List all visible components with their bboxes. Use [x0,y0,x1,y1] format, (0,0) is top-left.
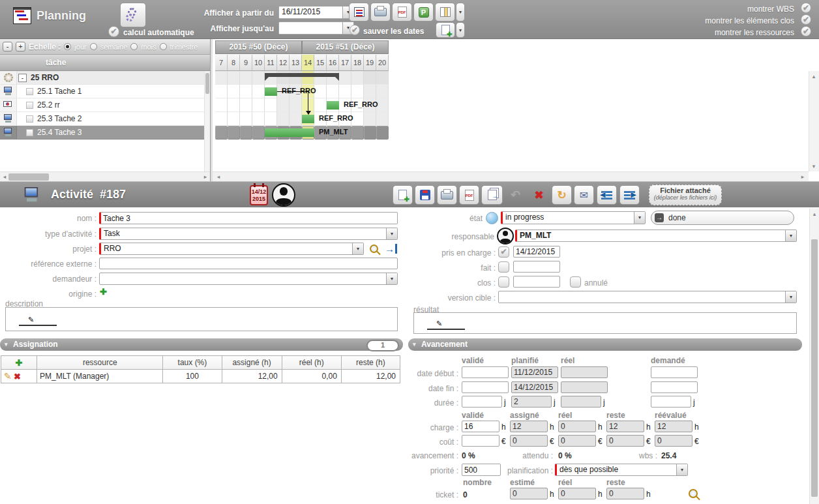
save-button[interactable] [415,185,435,205]
pdf-export-button[interactable] [392,3,412,22]
add-origin-icon[interactable] [100,287,107,297]
new-button[interactable] [393,185,413,205]
description-textarea[interactable] [5,307,398,331]
end-date-demande-input[interactable] [651,381,698,393]
columns-dropdown-button[interactable] [456,3,465,22]
responsible-select[interactable]: PM_MLT [515,230,797,242]
project-search-icon[interactable] [370,245,378,253]
scroll-right-arrow[interactable]: ▸ [201,172,209,181]
ticket-search-icon[interactable] [689,489,698,498]
task-label[interactable]: 25.2 rr [37,100,60,110]
start-date-demande-input[interactable] [651,366,698,378]
gantt-task-bar[interactable] [265,87,277,96]
task-row[interactable]: 25.3 Tache 2 [0,112,210,126]
attach-file-button[interactable]: Fichier attaché (déplacer les fichiers i… [649,185,722,205]
form-vertical-scrollbar[interactable]: ▴ [809,208,819,504]
scroll-right-arrow[interactable]: ▸ [799,172,807,181]
chevron-down-icon[interactable] [785,230,796,241]
edit-icon[interactable] [4,372,12,381]
scale-radio-jour[interactable] [64,43,71,50]
closed-date-input[interactable] [513,276,560,288]
workload-valide-input[interactable] [462,421,499,432]
delete-icon[interactable] [14,372,21,381]
scale-radio-trimestre[interactable] [160,43,167,50]
chevron-down-icon[interactable] [634,212,645,224]
cancelled-checkbox[interactable] [570,276,581,288]
task-row-project[interactable]: - 25 RRO [0,71,210,85]
add-assignment-cell[interactable] [1,356,37,370]
copy-button[interactable] [481,185,503,205]
scroll-up-arrow[interactable]: ▴ [810,72,818,81]
collapse-toggle[interactable]: - [18,74,27,82]
external-ref-input[interactable] [99,258,398,269]
activity-type-select[interactable]: Task [99,228,398,240]
chevron-down-icon[interactable] [386,228,397,239]
show-from-field[interactable]: 16/11/2015 [278,6,354,19]
email-button[interactable] [574,185,594,205]
next-item-button[interactable] [619,185,640,205]
previous-item-button[interactable] [597,185,617,205]
cost-valide-input[interactable] [462,435,499,447]
requestor-select[interactable] [99,273,398,285]
done-transition-button[interactable]: done [651,211,794,225]
scroll-up-arrow[interactable]: ▴ [811,209,818,218]
collapse-all-button[interactable]: - [3,42,12,52]
scroll-down-arrow[interactable]: ▾ [810,162,818,171]
task-row-selected[interactable]: 25.4 Tache 3 [0,126,210,140]
scale-radio-mois[interactable] [130,43,138,50]
chart-vertical-scrollbar[interactable]: ▴ ▾ [809,71,819,171]
gantt-summary-bar[interactable] [265,73,339,77]
pdf-button[interactable] [459,185,479,205]
handled-checkbox[interactable] [498,246,509,258]
task-pane-vertical-scrollbar[interactable] [204,71,210,171]
chart-horizontal-scrollbar[interactable]: ◂ ▸ [213,171,809,181]
add-new-dropdown-button[interactable] [456,22,465,38]
task-label[interactable]: 25.1 Tache 1 [37,87,82,96]
task-label[interactable]: 25.4 Tache 3 [37,128,82,137]
chevron-down-icon[interactable] [352,243,363,254]
print-button[interactable] [370,3,391,22]
chevron-down-icon[interactable] [785,291,796,303]
result-textarea[interactable] [413,312,797,334]
done-date-input[interactable] [513,261,560,273]
print-button[interactable] [437,185,457,205]
add-new-button[interactable] [436,22,455,38]
delete-button[interactable] [528,185,550,205]
task-row[interactable]: 25.2 rr [0,98,210,112]
save-dates-checkbox[interactable] [350,25,360,35]
scale-radio-semaine[interactable] [90,43,97,50]
scroll-left-arrow[interactable]: ◂ [1,172,8,181]
calc-auto-checkbox[interactable] [108,26,119,37]
undo-button[interactable] [505,185,526,205]
show-wbs-checkbox[interactable] [801,3,811,13]
task-label[interactable]: 25 RRO [31,73,59,82]
task-checkbox[interactable] [26,129,33,136]
duration-demande-input[interactable] [651,396,691,408]
task-label[interactable]: 25.3 Tache 2 [37,114,82,123]
msproject-export-button[interactable] [413,3,434,22]
planning-mode-select[interactable]: dès que possible [555,464,688,476]
show-closed-checkbox[interactable] [801,14,811,25]
project-select[interactable]: RRO [99,243,364,255]
assignation-row[interactable]: PM_MLT (Manager) 100 12,00 0,00 12,00 [1,370,400,383]
refresh-button[interactable] [552,185,572,205]
handled-date-input[interactable] [513,246,560,258]
show-until-field[interactable] [278,22,354,35]
done-checkbox[interactable] [498,261,509,273]
status-select[interactable]: in progress [501,211,646,224]
scrollbar-thumb[interactable] [811,239,818,497]
start-date-valide-input[interactable] [462,366,509,378]
scrollbar-thumb[interactable] [205,73,209,94]
task-checkbox[interactable] [26,102,33,109]
duration-valide-input[interactable] [462,396,502,408]
scroll-left-arrow[interactable]: ◂ [215,172,222,181]
gantt-task-bar[interactable] [327,101,339,110]
task-checkbox[interactable] [26,88,33,95]
scrollbar-thumb[interactable] [8,173,49,181]
gantt-task-bar[interactable] [265,128,314,137]
recalculate-button[interactable] [120,3,146,27]
task-pane-horizontal-scrollbar[interactable]: ◂ ▸ [0,171,210,181]
show-resources-checkbox[interactable] [801,26,811,37]
report-button[interactable] [349,3,369,22]
assignation-section-header[interactable]: Assignation [0,338,403,351]
